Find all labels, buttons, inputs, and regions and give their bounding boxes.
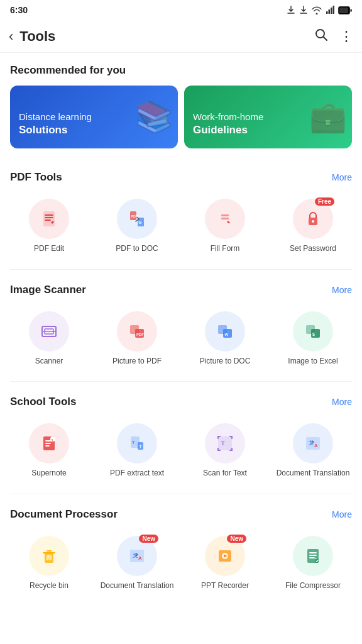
scanner-icon-wrap — [29, 311, 69, 352]
ppt-icon-wrap: New — [205, 536, 245, 576]
doc-trans2-icon: 文 A — [127, 546, 147, 566]
recycle-icon-wrap — [29, 536, 69, 576]
doc-trans2-label: Document Translation — [101, 581, 174, 591]
tool-picture-to-doc[interactable]: W Picture to DOC — [181, 305, 269, 373]
pdf-tools-grid: PDF Edit PDF W PDF to DOC Fill Form — [0, 192, 362, 267]
divider-1 — [10, 269, 352, 270]
ppt-icon — [215, 546, 235, 566]
school-tools-header: School Tools More — [10, 396, 352, 408]
doc-processor-header: Document Processor More — [10, 508, 352, 521]
pdf-edit-icon-wrap — [29, 199, 69, 239]
tool-doc-translation[interactable]: 文 A Document Translation — [269, 417, 357, 485]
svg-text:T: T — [132, 440, 135, 445]
svg-rect-3 — [333, 6, 335, 14]
supernote-label: Supernote — [31, 469, 66, 479]
doc-trans2-icon-wrap: New 文 A — [117, 536, 157, 576]
scanner-icon — [39, 321, 59, 341]
back-button[interactable]: ‹ — [9, 28, 13, 45]
school-tools-title: School Tools — [10, 396, 76, 408]
set-pass-label: Set Password — [290, 244, 336, 254]
pdf-tools-section: PDF Tools More — [0, 160, 362, 184]
tool-doc-translation-2[interactable]: New 文 A Document Translation — [93, 530, 181, 597]
fill-form-label: Fill Form — [211, 244, 240, 254]
tool-pdf-extract-text[interactable]: T T PDF extract text — [93, 417, 181, 485]
pdf-text-label: PDF extract text — [110, 469, 164, 479]
banner-distance-learning[interactable]: Distance learning Solutions 📚 — [10, 86, 178, 148]
menu-button[interactable]: ⋮ — [339, 28, 353, 45]
tool-file-compressor[interactable]: File Compressor — [269, 530, 357, 597]
file-comp-icon-wrap — [293, 536, 333, 576]
wifi-icon — [312, 6, 322, 14]
svg-text:T: T — [221, 440, 225, 447]
doc-processor-section: Document Processor More — [0, 497, 362, 521]
banner-work-from-home[interactable]: Work-from-home Guidelines 💼 — [184, 86, 352, 148]
tool-ppt-recorder[interactable]: New PPT Recorder — [181, 530, 269, 597]
pic-doc-label: Picture to DOC — [200, 357, 251, 367]
tool-pdf-edit[interactable]: PDF Edit — [5, 192, 93, 260]
svg-rect-36 — [218, 436, 232, 450]
banner-blue-deco: 📚 — [135, 99, 173, 135]
doc-processor-grid: Recycle bin New 文 A Document Translation… — [0, 530, 362, 604]
search-button[interactable] — [314, 28, 328, 45]
banner-green-deco: 💼 — [309, 99, 347, 135]
pdf-tools-title: PDF Tools — [10, 171, 62, 184]
divider-2 — [10, 381, 352, 382]
pdf-tools-header: PDF Tools More — [10, 171, 352, 184]
image-scanner-header: Image Scanner More — [10, 284, 352, 296]
scan-text-icon: T — [215, 433, 235, 453]
recommended-section: Recommended for you — [0, 53, 362, 77]
svg-rect-14 — [221, 218, 229, 219]
svg-rect-1 — [329, 9, 331, 14]
pdf-text-icon-wrap: T T — [117, 423, 157, 464]
image-scanner-section: Image Scanner More — [0, 272, 362, 296]
svg-rect-13 — [221, 214, 229, 216]
scanner-label: Scanner — [35, 357, 63, 367]
doc-trans-icon: 文 A — [303, 433, 323, 453]
svg-text:A: A — [138, 555, 142, 561]
header-action-icons: ⋮ — [314, 28, 353, 45]
page-title: Tools — [19, 28, 314, 45]
pic-pdf-icon: PDF — [127, 321, 147, 341]
tool-supernote[interactable]: + Supernote — [5, 417, 93, 485]
recommended-header: Recommended for you — [10, 64, 352, 77]
pdf-doc-label: PDF to DOC — [116, 244, 158, 254]
scan-text-icon-wrap: T — [205, 423, 245, 464]
svg-rect-2 — [331, 8, 332, 14]
pdf-tools-more[interactable]: More — [332, 172, 352, 182]
download-icon-2 — [299, 6, 308, 14]
pdf-edit-label: PDF Edit — [34, 244, 64, 254]
school-tools-section: School Tools More — [0, 384, 362, 408]
status-icons — [287, 6, 352, 14]
tool-image-to-excel[interactable]: $ Image to Excel — [269, 305, 357, 373]
tool-set-password[interactable]: Free Set Password — [269, 192, 357, 260]
fill-form-icon-wrap — [205, 199, 245, 239]
svg-text:+: + — [52, 438, 54, 441]
tool-recycle-bin[interactable]: Recycle bin — [5, 530, 93, 597]
doc-processor-more[interactable]: More — [332, 509, 352, 519]
tool-picture-to-pdf[interactable]: PDF Picture to PDF — [93, 305, 181, 373]
tool-scanner[interactable]: Scanner — [5, 305, 93, 373]
svg-text:PDF: PDF — [131, 214, 138, 218]
signal-icon — [326, 6, 334, 14]
pic-pdf-label: Picture to PDF — [112, 357, 162, 367]
pdf-doc-icon: PDF W — [127, 209, 147, 229]
status-time: 6:30 — [10, 5, 28, 15]
download-icon-1 — [287, 6, 295, 14]
battery-icon — [338, 6, 352, 14]
doc-trans2-badge: New — [139, 535, 158, 543]
header: ‹ Tools ⋮ — [0, 20, 362, 53]
tool-pdf-to-doc[interactable]: PDF W PDF to DOC — [93, 192, 181, 260]
doc-trans-label: Document Translation — [277, 469, 350, 479]
tool-scan-for-text[interactable]: T Scan for Text — [181, 417, 269, 485]
img-excel-icon-wrap: $ — [293, 311, 333, 352]
tool-fill-form[interactable]: Fill Form — [181, 192, 269, 260]
supernote-icon-wrap: + — [29, 423, 69, 464]
image-scanner-more[interactable]: More — [332, 285, 352, 295]
svg-text:T: T — [140, 445, 142, 448]
supernote-icon: + — [39, 433, 59, 453]
pic-pdf-icon-wrap: PDF — [117, 311, 157, 352]
school-tools-more[interactable]: More — [332, 397, 352, 407]
fill-form-icon — [215, 209, 235, 229]
ppt-badge: New — [227, 535, 246, 543]
file-comp-icon — [303, 546, 323, 566]
